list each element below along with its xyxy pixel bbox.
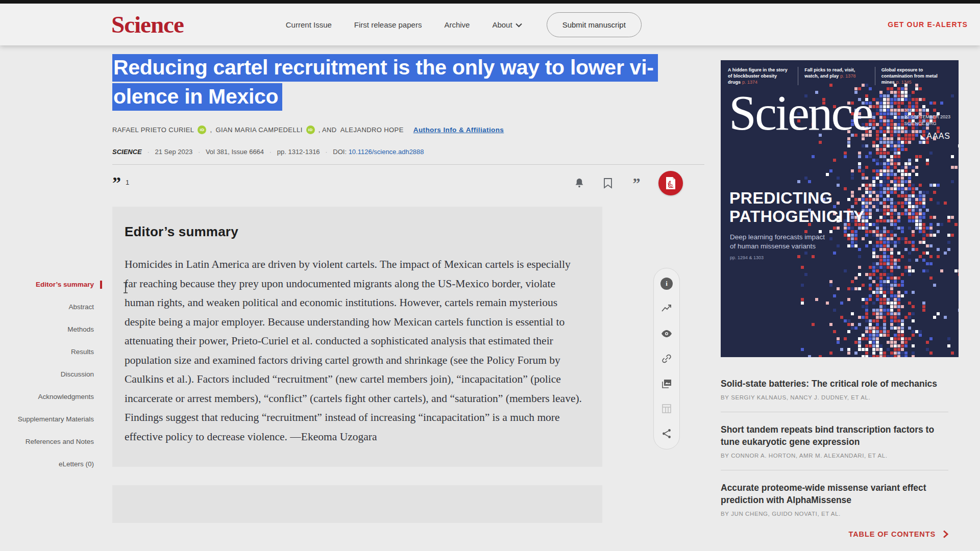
cover-issue-info: 381 22 SEPTEMBER 2023 SCIENCE.ORG — [904, 107, 950, 127]
article-section-nav: Editor’s summary Abstract Methods Result… — [7, 281, 102, 483]
volume-issue: Vol 381, Issue 6664 — [206, 148, 264, 156]
toc-item-acknowledgments[interactable]: Acknowledgments — [7, 393, 102, 401]
authors-info-affiliations-link[interactable]: Authors Info & Affiliations — [413, 126, 504, 134]
title-line-2: olence in Mexico — [112, 83, 282, 111]
doi-link[interactable]: 10.1126/science.adh2888 — [349, 148, 424, 156]
pdf-icon — [665, 177, 676, 190]
editors-summary-section: Editor’s summary Homicides in Latin Amer… — [112, 207, 602, 467]
nav-about-label: About — [492, 20, 512, 29]
cover-teaser: Fall picks to read, visit, watch, and pl… — [804, 67, 875, 85]
alerts-bell-button[interactable] — [573, 177, 586, 190]
aaas-logo: ◣AAAS — [920, 132, 950, 141]
get-e-alerts-link[interactable]: GET OUR E-ALERTS — [888, 20, 968, 29]
bookmark-button[interactable] — [601, 177, 615, 190]
cover-science-wordmark: Science — [729, 85, 872, 141]
doi: DOI: 10.1126/science.adh2888 — [333, 148, 424, 156]
share-icon[interactable] — [660, 428, 673, 440]
meta-separator: · — [326, 149, 328, 155]
list-item: Short tandem repeats bind transcription … — [721, 423, 948, 459]
issue-article-list: Solid-state batteries: The critical role… — [721, 378, 948, 538]
title-line-1: Reducing cartel recruitment is the only … — [112, 54, 658, 82]
toc-item-discussion[interactable]: Discussion — [7, 370, 102, 379]
link-icon[interactable] — [660, 353, 673, 365]
toc-item-references-and-notes[interactable]: References and Notes — [7, 438, 102, 446]
site-header: Science Current Issue First release pape… — [0, 4, 980, 45]
article-actions: ” 1 ” — [112, 169, 704, 197]
quote-icon: ” — [633, 179, 641, 188]
author-name[interactable]: RAFAEL PRIETO CURIEL — [112, 126, 194, 134]
table-of-contents-link[interactable]: TABLE OF CONTENTS — [721, 530, 948, 538]
top-strip — [0, 0, 980, 4]
list-item: Solid-state batteries: The critical role… — [721, 378, 948, 400]
article-meta: SCIENCE · 21 Sep 2023 · Vol 381, Issue 6… — [112, 148, 704, 156]
science-logo[interactable]: Science — [111, 11, 184, 38]
nav-current-issue[interactable]: Current Issue — [286, 20, 332, 29]
divider — [721, 470, 948, 470]
issue-article-title[interactable]: Solid-state batteries: The critical role… — [721, 378, 948, 390]
editors-summary-body: Homicides in Latin America are driven by… — [125, 255, 582, 446]
editors-summary-heading: Editor’s summary — [125, 224, 582, 240]
cover-teaser: A hidden figure in the story of blockbus… — [728, 67, 798, 85]
page-range: pp. 1312-1316 — [277, 148, 320, 156]
author-name[interactable]: GIAN MARIA CAMPEDELLI — [215, 126, 302, 134]
citation-quote-icon: ” — [112, 178, 121, 189]
article-tools-rail: i — [653, 268, 680, 449]
author-separator: , AND — [318, 126, 337, 134]
list-item: Accurate proteome-wide missense variant … — [721, 482, 948, 517]
table-of-contents-label: TABLE OF CONTENTS — [849, 530, 936, 538]
issue-article-byline: BY CONNOR A. HORTON, AMR M. ALEXANDARI, … — [721, 453, 948, 459]
publish-date: 21 Sep 2023 — [155, 148, 192, 156]
toc-item-editors-summary[interactable]: Editor’s summary — [7, 281, 102, 289]
divider — [112, 164, 704, 165]
cover-teaser: Global exposure to contamination from me… — [881, 67, 951, 85]
eye-icon[interactable] — [660, 328, 673, 340]
article-title: Reducing cartel recruitment is the only … — [112, 53, 704, 111]
doi-label: DOI: — [333, 148, 348, 156]
cover-page-refs: pp. 1294 & 1303 — [730, 255, 764, 260]
pdf-download-button[interactable] — [658, 171, 683, 195]
divider — [721, 412, 948, 412]
bell-icon — [573, 177, 585, 189]
cite-button[interactable]: ” — [630, 177, 643, 190]
meta-separator: · — [198, 149, 200, 155]
orcid-icon[interactable]: iD — [306, 126, 315, 134]
text-cursor — [122, 282, 129, 294]
table-icon[interactable] — [660, 403, 673, 415]
issue-article-title[interactable]: Accurate proteome-wide missense variant … — [721, 482, 948, 506]
article-main: Reducing cartel recruitment is the only … — [112, 51, 704, 523]
journal-name: SCIENCE — [112, 148, 142, 156]
nav-about[interactable]: About — [492, 20, 522, 29]
metrics-icon[interactable] — [660, 303, 673, 315]
bookmark-icon — [602, 177, 614, 189]
submit-manuscript-button[interactable]: Submit manuscript — [547, 12, 642, 37]
chevron-down-icon — [516, 23, 522, 28]
citation-count[interactable]: ” 1 — [112, 178, 129, 189]
author-list: RAFAEL PRIETO CURIEL iD , GIAN MARIA CAM… — [112, 126, 704, 134]
meta-separator: · — [270, 149, 272, 155]
nav-archive[interactable]: Archive — [444, 20, 470, 29]
cover-teasers: A hidden figure in the story of blockbus… — [721, 60, 959, 85]
info-icon[interactable]: i — [660, 278, 673, 290]
author-separator: , — [210, 126, 212, 134]
meta-separator: · — [148, 149, 150, 155]
cover-subhead: Deep learning forecasts impact of human … — [730, 233, 825, 251]
figures-icon[interactable] — [660, 378, 673, 390]
toc-item-eletters[interactable]: eLetters (0) — [7, 460, 102, 468]
citation-count-value: 1 — [126, 179, 129, 186]
toc-item-supplementary-materials[interactable]: Supplementary Materials — [7, 415, 102, 423]
current-issue-rail: A hidden figure in the story of blockbus… — [721, 60, 959, 538]
author-name[interactable]: ALEJANDRO HOPE — [340, 126, 404, 134]
issue-article-byline: BY JUN CHENG, GUIDO NOVATI, ET AL. — [721, 511, 948, 517]
nav-first-release-papers[interactable]: First release papers — [354, 20, 422, 29]
issue-cover[interactable]: A hidden figure in the story of blockbus… — [721, 60, 959, 357]
next-section-panel — [112, 485, 602, 523]
main-nav: Current Issue First release papers Archi… — [286, 20, 522, 29]
issue-article-title[interactable]: Short tandem repeats bind transcription … — [721, 423, 948, 448]
cover-headline: PREDICTING PATHOGENICITY — [729, 189, 865, 226]
toc-item-methods[interactable]: Methods — [7, 325, 102, 334]
toc-item-abstract[interactable]: Abstract — [7, 303, 102, 311]
toc-item-results[interactable]: Results — [7, 348, 102, 356]
chevron-right-icon — [943, 530, 948, 538]
orcid-icon[interactable]: iD — [198, 126, 206, 134]
issue-article-byline: BY SERGIY KALNAUS, NANCY J. DUDNEY, ET A… — [721, 394, 948, 400]
